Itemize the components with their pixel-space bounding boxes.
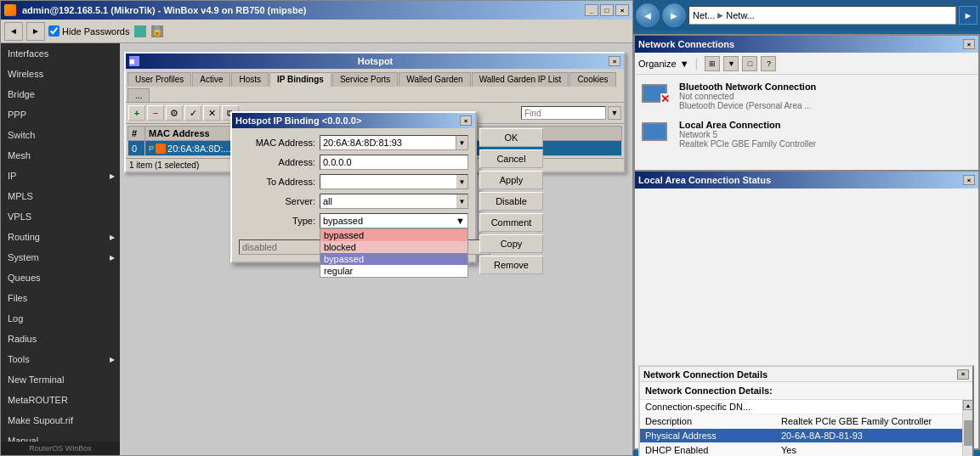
cancel-button[interactable]: Cancel xyxy=(479,149,543,168)
browser-forward-button[interactable]: ► xyxy=(662,3,686,27)
sidebar-item-log[interactable]: Log xyxy=(1,308,120,329)
red-x-icon: ✕ xyxy=(660,93,670,104)
system-arrow-icon: ▶ xyxy=(110,254,115,262)
network-connections-window: Network Connections × Organize ▼ │ ⊞ ▼ □… xyxy=(633,34,980,187)
maximize-button[interactable]: □ xyxy=(600,4,614,16)
sidebar-item-mpls[interactable]: MPLS xyxy=(1,186,120,206)
settings-button[interactable]: ⚙ xyxy=(166,105,183,121)
tab-ip-bindings[interactable]: IP Bindings xyxy=(269,72,331,87)
tab-more[interactable]: ... xyxy=(127,88,150,102)
sidebar-item-ppp[interactable]: PPP xyxy=(1,104,120,125)
main-content: ■ Hotspot × User Profiles Active Hosts I… xyxy=(120,43,632,455)
remove-button[interactable]: − xyxy=(147,105,164,121)
type-label: Type: xyxy=(239,216,315,226)
network-connections-close-button[interactable]: × xyxy=(963,39,975,49)
remove-button-dialog[interactable]: Remove xyxy=(479,256,543,274)
add-button[interactable]: + xyxy=(128,105,145,121)
sidebar-item-bridge[interactable]: Bridge xyxy=(1,84,120,104)
bluetooth-connection-item[interactable]: ✕ Bluetooth Network Connection Not conne… xyxy=(638,78,975,114)
sidebar-item-make-supout[interactable]: Make Supout.rif xyxy=(1,410,120,431)
ncd-scrollbar[interactable]: ▲ ▼ xyxy=(962,400,972,456)
sidebar-item-interfaces[interactable]: Interfaces xyxy=(1,43,120,64)
dialog-buttons: OK Cancel Apply Disable Comment Copy Rem… xyxy=(479,128,547,274)
sidebar-item-metarouter[interactable]: MetaROUTER xyxy=(1,390,120,410)
find-input[interactable] xyxy=(521,106,606,120)
type-row: Type: bypassed ▼ bypassed blocked bypass… xyxy=(239,213,468,228)
type-option-regular[interactable]: regular xyxy=(320,265,467,277)
tab-walled-garden-ip[interactable]: Walled Garden IP List xyxy=(472,72,569,87)
check-button[interactable]: ✓ xyxy=(184,105,201,121)
apply-button[interactable]: Apply xyxy=(479,171,543,189)
tab-active[interactable]: Active xyxy=(192,72,230,87)
local-area-info: Local Area Connection Network 5 Realtek … xyxy=(679,120,972,149)
address-row: Address: xyxy=(239,155,468,170)
tab-user-profiles[interactable]: User Profiles xyxy=(127,72,191,87)
close-button[interactable]: × xyxy=(615,4,629,16)
sidebar-item-routing[interactable]: Routing ▶ xyxy=(1,227,120,247)
server-input[interactable] xyxy=(320,194,456,209)
tab-walled-garden[interactable]: Walled Garden xyxy=(399,72,470,87)
mac-address-input[interactable] xyxy=(320,135,456,150)
type-option-blocked[interactable]: blocked xyxy=(320,241,467,253)
clear-button[interactable]: ✕ xyxy=(203,105,220,121)
type-option-bypassed-1[interactable]: bypassed xyxy=(320,229,467,241)
sidebar-item-radius[interactable]: Radius xyxy=(1,329,120,349)
hide-passwords-checkbox[interactable] xyxy=(48,25,59,37)
ip-binding-close-button[interactable]: × xyxy=(460,115,472,126)
property-value-dns xyxy=(776,400,972,414)
go-button[interactable]: ► xyxy=(959,6,977,25)
copy-button-dialog[interactable]: Copy xyxy=(479,234,543,253)
ip-binding-dialog: Hotspot IP Binding <0.0.0.0> × MAC Addre… xyxy=(230,111,477,263)
sidebar-item-mesh[interactable]: Mesh xyxy=(1,145,120,166)
address-input[interactable] xyxy=(320,155,468,170)
lac-status-title: Local Area Connection Status xyxy=(638,175,771,185)
tab-hosts[interactable]: Hosts xyxy=(231,72,269,87)
view-dropdown-button[interactable]: ▼ xyxy=(723,56,739,71)
type-dropdown-arrow: ▼ xyxy=(456,216,465,226)
find-arrow-button[interactable]: ▼ xyxy=(608,106,621,120)
server-arrow-button[interactable]: ▼ xyxy=(456,194,468,209)
comment-button[interactable]: Comment xyxy=(479,213,543,232)
browser-back-button[interactable]: ◄ xyxy=(636,3,660,27)
sidebar-item-ip[interactable]: IP ▶ xyxy=(1,166,120,186)
sidebar-item-switch[interactable]: Switch xyxy=(1,125,120,145)
mac-address-arrow-button[interactable]: ▼ xyxy=(456,135,468,150)
type-dropdown[interactable]: bypassed ▼ xyxy=(320,213,468,228)
scroll-thumb[interactable] xyxy=(964,420,972,446)
view-panel-button[interactable]: □ xyxy=(742,56,757,71)
sidebar-item-files[interactable]: Files xyxy=(1,288,120,308)
sidebar-item-system[interactable]: System ▶ xyxy=(1,247,120,267)
sidebar: Interfaces Wireless Bridge PPP Switch Me… xyxy=(1,43,120,455)
hotspot-icon: ■ xyxy=(129,56,139,66)
tab-service-ports[interactable]: Service Ports xyxy=(332,72,398,87)
sidebar-item-vpls[interactable]: VPLS xyxy=(1,206,120,227)
help-button[interactable]: ? xyxy=(761,56,776,71)
toolbar-divider: │ xyxy=(694,59,700,69)
tab-cookies[interactable]: Cookies xyxy=(569,72,615,87)
type-option-bypassed-2[interactable]: bypassed xyxy=(320,253,467,265)
address-sub: Netw... xyxy=(726,10,755,20)
row-flag: P xyxy=(149,144,154,153)
type-list: bypassed blocked bypassed regular xyxy=(320,228,468,278)
scroll-up-button[interactable]: ▲ xyxy=(963,400,972,410)
to-address-input[interactable] xyxy=(320,174,456,189)
minimize-button[interactable]: _ xyxy=(585,4,598,16)
browser-bar: ◄ ► Net... ▶ Netw... ► xyxy=(633,0,980,31)
sidebar-item-new-terminal[interactable]: New Terminal xyxy=(1,369,120,390)
disable-button[interactable]: Disable xyxy=(479,192,543,211)
sidebar-item-wireless[interactable]: Wireless xyxy=(1,64,120,84)
sidebar-item-tools[interactable]: Tools ▶ xyxy=(1,349,120,369)
local-area-icon xyxy=(642,122,672,146)
ncd-close-button[interactable]: × xyxy=(957,369,969,380)
type-value: bypassed xyxy=(323,216,363,226)
view-grid-button[interactable]: ⊞ xyxy=(705,56,720,71)
local-area-connection-item[interactable]: Local Area Connection Network 5 Realtek … xyxy=(638,116,975,152)
hotspot-close-button[interactable]: × xyxy=(609,56,620,66)
sidebar-item-queues[interactable]: Queues xyxy=(1,267,120,288)
forward-button[interactable]: ► xyxy=(26,22,45,41)
back-button[interactable]: ◄ xyxy=(4,22,23,41)
ip-binding-titlebar: Hotspot IP Binding <0.0.0.0> × xyxy=(232,113,475,128)
ok-button[interactable]: OK xyxy=(479,128,543,147)
lac-status-close-button[interactable]: × xyxy=(963,175,975,185)
to-address-arrow-button[interactable]: ▼ xyxy=(456,174,468,189)
